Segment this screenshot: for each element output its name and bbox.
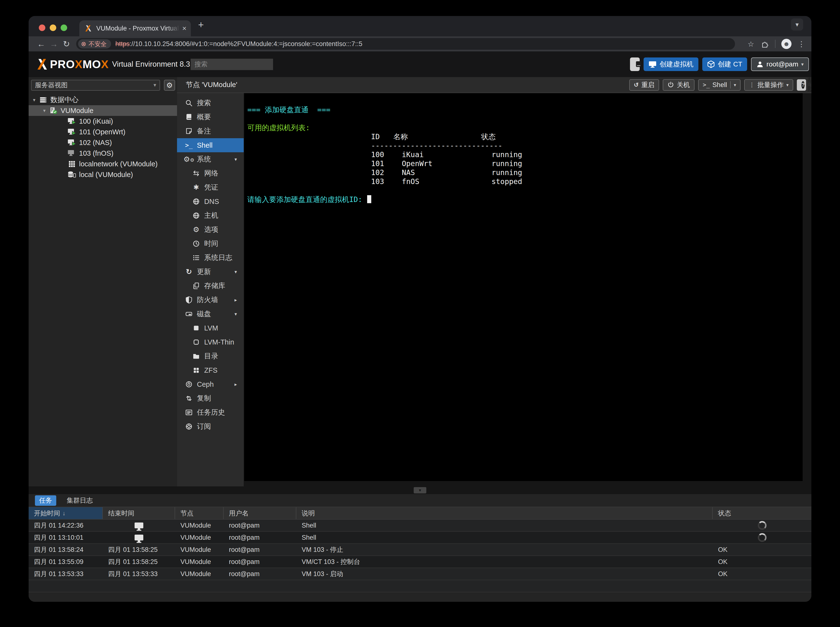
window-zoom-button[interactable] — [61, 25, 67, 31]
nav-item-lvm-thin[interactable]: LVM-Thin — [177, 335, 244, 349]
tree-item-vumodule[interactable]: ▾VUModule — [28, 105, 177, 116]
nav-item--[interactable]: 目录 — [177, 349, 244, 363]
nav-expand-icon[interactable]: ▾ — [235, 311, 237, 317]
column-node[interactable]: 节点 — [175, 507, 224, 519]
nav-item-ceph[interactable]: Ceph▸ — [177, 377, 244, 391]
note-icon — [184, 127, 194, 135]
tree-expand-icon[interactable]: ▾ — [41, 108, 48, 113]
task-row[interactable]: 四月 01 14:22:36VUModuleroot@pamShell — [28, 520, 812, 532]
tree-item-101-openwrt-[interactable]: 101 (OpenWrt) — [28, 126, 177, 137]
nav-expand-icon[interactable]: ▾ — [235, 269, 237, 275]
browser-tab[interactable]: VUModule - Proxmox Virtual E × — [79, 20, 191, 36]
column-user[interactable]: 用户名 — [224, 507, 296, 519]
ceph-icon — [184, 380, 194, 388]
security-chip[interactable]: ⊗ 不安全 — [78, 39, 111, 49]
extensions-icon[interactable] — [760, 40, 769, 48]
not-secure-icon: ⊗ — [81, 40, 86, 48]
nav-item--[interactable]: 网络 — [177, 166, 244, 180]
column-description[interactable]: 说明 — [296, 507, 713, 519]
create-ct-button[interactable]: 创建 CT — [702, 57, 747, 71]
tab-tasks[interactable]: 任务 — [35, 495, 56, 506]
nav-item--[interactable]: 主机 — [177, 208, 244, 222]
task-row[interactable]: 四月 01 13:58:24四月 01 13:58:25VUModuleroot… — [28, 544, 812, 556]
nav-item--[interactable]: 任务历史 — [177, 405, 244, 419]
nav-item-label: 磁盘 — [197, 309, 211, 319]
forward-button[interactable]: → — [47, 39, 60, 49]
nav-item--[interactable]: 存储库 — [177, 279, 244, 293]
tree-item-103-fnos-[interactable]: 103 (fnOS) — [28, 148, 177, 159]
profile-avatar[interactable]: ☻ — [781, 39, 791, 49]
task-row[interactable]: 四月 01 13:10:01VUModuleroot@pamShell — [28, 532, 812, 544]
nav-item--[interactable]: ✱凭证 — [177, 180, 244, 194]
back-button[interactable]: ← — [35, 39, 47, 49]
panel-splitter[interactable]: ▾ — [28, 486, 812, 494]
task-row[interactable]: 四月 01 13:55:09四月 01 13:58:25VUModuleroot… — [28, 556, 812, 568]
not-secure-label: 不安全 — [88, 40, 107, 48]
tree-item-label: 101 (OpenWrt) — [79, 128, 125, 136]
tree-item-102-nas-[interactable]: 102 (NAS) — [28, 137, 177, 148]
column-start-time[interactable]: 开始时间↓ — [28, 507, 103, 519]
panel-collapse-handle[interactable]: ▾ — [414, 487, 426, 493]
monitor-icon — [648, 61, 657, 68]
nav-item--[interactable]: ⚙选项 — [177, 222, 244, 236]
task-user-cell: root@pam — [224, 532, 296, 544]
view-selector[interactable]: 服务器视图 ▾ — [31, 80, 160, 91]
global-search-input[interactable] — [191, 59, 273, 70]
nav-item--[interactable]: 概要 — [177, 110, 244, 124]
create-vm-button[interactable]: 创建虚拟机 — [644, 57, 698, 71]
nav-item--[interactable]: 复制 — [177, 391, 244, 405]
content-area: === 添加硬盘直通 === 可用的虚拟机列表: ID名称状态---------… — [244, 93, 812, 486]
question-icon: ? — [801, 81, 805, 89]
new-tab-button[interactable]: + — [198, 20, 204, 30]
nav-item--[interactable]: ⚙⚙系统▾ — [177, 152, 244, 166]
book-icon — [635, 61, 642, 68]
reload-button[interactable]: ↻ — [60, 39, 73, 49]
shell-split-button[interactable]: >_ Shell ▾ — [698, 79, 741, 91]
nav-item--[interactable]: 磁盘▾ — [177, 307, 244, 321]
tree-item-local-vumodule-[interactable]: local (VUModule) — [28, 169, 177, 180]
nav-item-label: ZFS — [204, 366, 217, 374]
browser-menu-icon[interactable]: ⋮ — [798, 40, 805, 48]
nav-item-dns[interactable]: DNS — [177, 194, 244, 208]
browser-window: VUModule - Proxmox Virtual E × + ▾ ← → ↻… — [28, 16, 812, 602]
tree-settings-button[interactable]: ⚙ — [164, 80, 175, 91]
address-bar[interactable]: ⊗ 不安全 https://10.10.10.254:8006/#v1:0:=n… — [76, 38, 735, 50]
nav-expand-icon[interactable]: ▸ — [235, 381, 237, 387]
sqf-icon — [192, 324, 201, 332]
tab-cluster-log[interactable]: 集群日志 — [63, 495, 97, 506]
task-user-cell: root@pam — [224, 556, 296, 567]
bookmark-star-icon[interactable]: ☆ — [748, 40, 754, 48]
task-row[interactable]: 四月 01 13:53:33四月 01 13:53:33VUModuleroot… — [28, 568, 812, 580]
tree-item-100-ikuai-[interactable]: 100 (iKuai) — [28, 116, 177, 126]
nav-expand-icon[interactable]: ▾ — [235, 156, 237, 162]
tree-expand-icon[interactable]: ▾ — [30, 97, 38, 103]
chevron-down-icon[interactable]: ▾ — [734, 82, 736, 88]
tree-item-localnetwork-vumodule-[interactable]: localnetwork (VUModule) — [28, 159, 177, 169]
tree-item--[interactable]: ▾数据中心 — [28, 95, 177, 105]
nav-item-lvm[interactable]: LVM — [177, 321, 244, 335]
window-minimize-button[interactable] — [50, 25, 56, 31]
restart-button[interactable]: ↺ 重启 — [629, 79, 659, 91]
nav-item--[interactable]: 订阅 — [177, 419, 244, 433]
tab-close-icon[interactable]: × — [182, 24, 186, 33]
bulk-actions-button[interactable]: ⋮ 批量操作 ▾ — [744, 79, 793, 91]
nav-item--[interactable]: ↻更新▾ — [177, 265, 244, 279]
docs-button[interactable]: 文档 — [630, 57, 640, 71]
help-button[interactable]: ? 帮助 — [797, 79, 806, 91]
column-status[interactable]: 状态 — [713, 507, 812, 519]
nav-item-zfs[interactable]: ZFS — [177, 363, 244, 377]
gears-icon: ⚙⚙ — [184, 156, 194, 163]
shell-terminal[interactable]: === 添加硬盘直通 === 可用的虚拟机列表: ID名称状态---------… — [244, 93, 803, 481]
nav-item--[interactable]: 搜索 — [177, 96, 244, 110]
nav-item--[interactable]: 防火墙▸ — [177, 293, 244, 307]
nav-item--[interactable]: 时间 — [177, 236, 244, 251]
nav-item--[interactable]: 备注 — [177, 124, 244, 138]
column-end-time[interactable]: 结束时间 — [103, 507, 175, 519]
shutdown-button[interactable]: 关机 — [663, 79, 695, 91]
tab-search-button[interactable]: ▾ — [791, 19, 803, 30]
nav-item--[interactable]: 系统日志 — [177, 251, 244, 265]
user-menu-button[interactable]: root@pam ▾ — [751, 57, 809, 71]
nav-expand-icon[interactable]: ▸ — [235, 297, 237, 303]
nav-item-shell[interactable]: >_Shell — [177, 138, 244, 152]
window-close-button[interactable] — [39, 25, 45, 31]
